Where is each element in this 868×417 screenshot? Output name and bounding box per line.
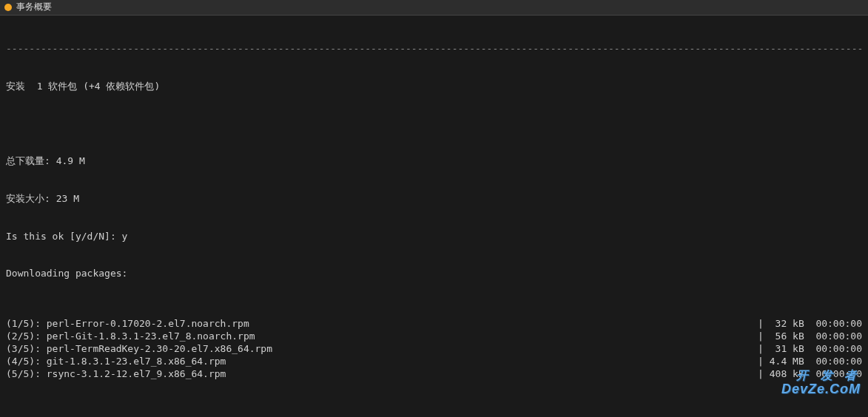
downloading-header: Downloading packages: (6, 268, 862, 280)
download-row: (2/5): perl-Git-1.8.3.1-23.el7_8.noarch.… (6, 330, 862, 343)
download-row: (4/5): git-1.8.3.1-23.el7_8.x86_64.rpm| … (6, 356, 862, 368)
download-row: (1/5): perl-Error-0.17020-2.el7.noarch.r… (6, 318, 862, 330)
download-stats: | 31 kB 00:00:00 (752, 343, 862, 356)
terminal-output[interactable]: ----------------------------------------… (0, 16, 868, 417)
window-title: 事务概要 (16, 1, 52, 13)
blank-line (6, 118, 862, 131)
confirm-prompt: Is this ok [y/d/N]: y (6, 231, 862, 243)
window-titlebar: 事务概要 (0, 0, 868, 16)
install-summary: 安装 1 软件包 (+4 依赖软件包) (6, 81, 862, 93)
download-row: (5/5): rsync-3.1.2-12.el7_9.x86_64.rpm| … (6, 368, 862, 381)
download-file: (3/5): perl-TermReadKey-2.30-20.el7.x86_… (6, 343, 752, 356)
download-stats: | 32 kB 00:00:00 (752, 318, 862, 330)
download-file: (4/5): git-1.8.3.1-23.el7_8.x86_64.rpm (6, 356, 752, 368)
download-stats: | 56 kB 00:00:00 (752, 330, 862, 343)
install-size: 安装大小: 23 M (6, 193, 862, 206)
download-file: (2/5): perl-Git-1.8.3.1-23.el7_8.noarch.… (6, 330, 752, 343)
download-stats: | 4.4 MB 00:00:00 (752, 356, 862, 368)
total-download: 总下载量: 4.9 M (6, 155, 862, 168)
window-icon (4, 4, 12, 11)
separator: ----------------------------------------… (6, 43, 862, 55)
download-file: (1/5): perl-Error-0.17020-2.el7.noarch.r… (6, 318, 752, 330)
download-file: (5/5): rsync-3.1.2-12.el7_9.x86_64.rpm (6, 368, 752, 381)
download-row: (3/5): perl-TermReadKey-2.30-20.el7.x86_… (6, 343, 862, 356)
download-stats: | 408 kB 00:00:00 (752, 368, 862, 381)
